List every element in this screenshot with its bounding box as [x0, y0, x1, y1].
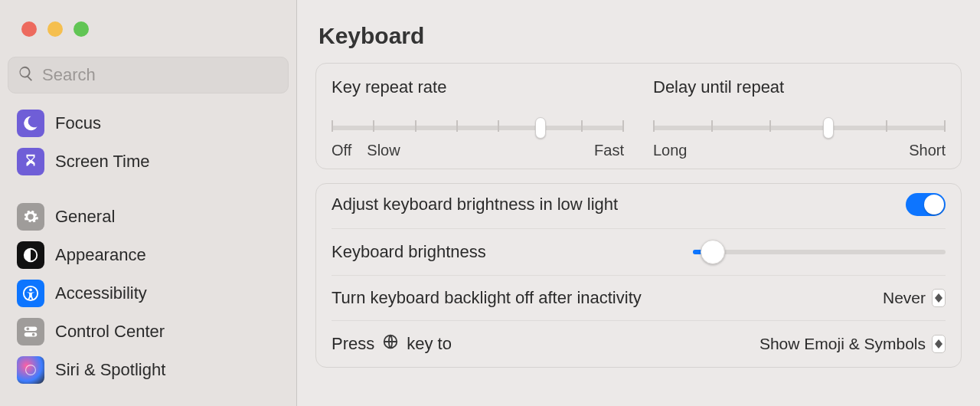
- key-repeat-slow-label: Slow: [367, 142, 400, 159]
- delay-repeat-slider[interactable]: [653, 117, 946, 139]
- sidebar-item-siri-spotlight[interactable]: Siri & Spotlight: [0, 351, 296, 389]
- globe-key-prefix: Press: [332, 334, 374, 354]
- sidebar-item-control-center[interactable]: Control Center: [0, 313, 296, 351]
- svg-point-7: [26, 365, 36, 375]
- svg-point-2: [29, 289, 32, 292]
- key-repeat-thumb[interactable]: [535, 117, 546, 139]
- minimize-window-button[interactable]: [47, 21, 63, 37]
- sidebar-item-screen-time[interactable]: Screen Time: [0, 142, 296, 181]
- brightness-label: Keyboard brightness: [332, 242, 486, 262]
- close-window-button[interactable]: [21, 21, 37, 37]
- moon-icon: [17, 110, 44, 137]
- delay-repeat-short-label: Short: [909, 142, 946, 159]
- globe-key-label: Press key to: [332, 333, 452, 355]
- stepper-icon: [932, 335, 946, 353]
- backlight-off-row: Turn keyboard backlight off after inacti…: [332, 275, 946, 320]
- globe-key-row: Press key to Show Emoji & Symbols: [332, 320, 946, 367]
- globe-key-value: Show Emoji & Symbols: [760, 335, 926, 353]
- svg-point-6: [32, 333, 35, 336]
- delay-repeat-long-label: Long: [653, 142, 688, 159]
- auto-brightness-label: Adjust keyboard brightness in low light: [332, 195, 618, 214]
- sidebar-item-label: Control Center: [55, 322, 165, 342]
- page-title: Keyboard: [318, 23, 962, 49]
- toggles-icon: [17, 318, 44, 345]
- delay-repeat-thumb[interactable]: [823, 117, 834, 139]
- brightness-slider[interactable]: [693, 241, 946, 263]
- key-repeat-label: Key repeat rate: [332, 77, 624, 97]
- svg-rect-4: [24, 332, 38, 337]
- sidebar-item-label: Focus: [55, 113, 101, 133]
- svg-point-5: [27, 328, 30, 331]
- auto-brightness-row: Adjust keyboard brightness in low light: [332, 188, 946, 228]
- keyboard-settings-card: Adjust keyboard brightness in low light …: [315, 183, 962, 368]
- backlight-off-label: Turn keyboard backlight off after inacti…: [332, 288, 642, 308]
- backlight-off-select[interactable]: Never: [883, 289, 946, 307]
- settings-window: Focus Screen Time General Appearance: [0, 0, 980, 406]
- siri-icon: [17, 356, 44, 384]
- key-repeat-fast-label: Fast: [594, 142, 624, 159]
- search-field[interactable]: [8, 57, 289, 93]
- appearance-icon: [17, 241, 44, 269]
- search-icon: [18, 65, 42, 85]
- svg-rect-3: [24, 327, 38, 332]
- gear-icon: [17, 203, 44, 231]
- key-repeat-off-label: Off: [332, 142, 351, 159]
- key-repeat-group: Key repeat rate Off Slow Fast: [332, 77, 624, 159]
- auto-brightness-toggle[interactable]: [906, 193, 946, 216]
- content-pane: Keyboard Key repeat rate Off Slow: [297, 0, 980, 406]
- window-controls: [0, 21, 296, 57]
- sidebar-item-label: Accessibility: [55, 283, 147, 303]
- accessibility-icon: [17, 280, 44, 307]
- globe-icon: [382, 333, 399, 355]
- repeat-sliders-card: Key repeat rate Off Slow Fast: [315, 63, 962, 169]
- search-input[interactable]: [42, 65, 279, 85]
- globe-key-select[interactable]: Show Emoji & Symbols: [760, 335, 946, 353]
- key-repeat-slider[interactable]: [332, 117, 624, 139]
- sidebar-item-label: Appearance: [55, 245, 146, 265]
- sidebar: Focus Screen Time General Appearance: [0, 0, 297, 406]
- delay-repeat-group: Delay until repeat Long Short: [653, 77, 946, 159]
- sidebar-item-label: Siri & Spotlight: [55, 360, 165, 380]
- sidebar-item-accessibility[interactable]: Accessibility: [0, 274, 296, 313]
- sidebar-list: Focus Screen Time General Appearance: [0, 104, 296, 406]
- delay-repeat-label: Delay until repeat: [653, 77, 946, 97]
- zoom-window-button[interactable]: [74, 21, 89, 37]
- stepper-icon: [932, 289, 946, 307]
- sidebar-item-general[interactable]: General: [0, 198, 296, 236]
- sidebar-item-label: General: [55, 207, 115, 227]
- sidebar-item-label: Screen Time: [55, 152, 150, 172]
- brightness-row: Keyboard brightness: [332, 228, 946, 275]
- sidebar-item-appearance[interactable]: Appearance: [0, 236, 296, 274]
- sidebar-item-focus[interactable]: Focus: [0, 104, 296, 142]
- globe-key-suffix: key to: [407, 334, 452, 354]
- brightness-thumb[interactable]: [701, 240, 725, 264]
- hourglass-icon: [17, 148, 44, 175]
- backlight-off-value: Never: [883, 289, 926, 307]
